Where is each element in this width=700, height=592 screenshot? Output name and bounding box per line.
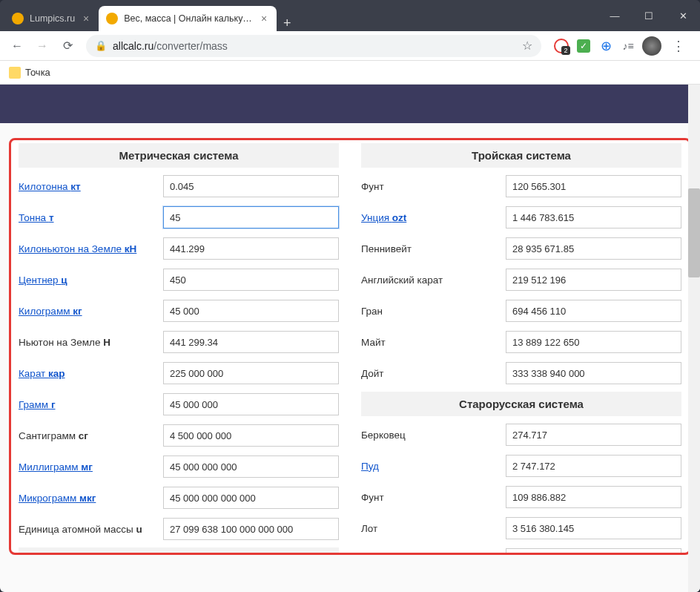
unit-label: Ньютон на Земле Н	[19, 337, 163, 348]
menu-button[interactable]: ⋮	[667, 38, 690, 54]
unit-label[interactable]: Килограмм кг	[19, 306, 163, 317]
favicon-icon	[106, 13, 118, 24]
unit-row: Золотник	[361, 547, 681, 555]
bookmark-item[interactable]: Точка	[25, 67, 50, 78]
value-input[interactable]	[506, 548, 681, 555]
value-input[interactable]	[163, 393, 339, 415]
back-button[interactable]: ←	[6, 35, 28, 57]
tab-allcalc[interactable]: Вес, масса | Онлайн калькулятор ×	[99, 6, 277, 31]
maximize-button[interactable]: ☐	[632, 0, 666, 31]
unit-label: Фунт	[361, 492, 506, 503]
value-input[interactable]	[506, 300, 681, 322]
scrollbar[interactable]	[688, 85, 700, 592]
profile-avatar[interactable]	[642, 36, 661, 56]
new-tab-button[interactable]: +	[277, 16, 297, 31]
minimize-button[interactable]: ―	[598, 0, 632, 31]
section-heading-metric: Метрическая система	[19, 143, 339, 168]
globe-extension-icon[interactable]: ⊕	[598, 38, 614, 54]
value-input[interactable]	[163, 237, 339, 260]
value-input[interactable]	[163, 300, 339, 322]
unit-row: Микрограмм мкг	[19, 485, 339, 510]
close-icon[interactable]: ×	[81, 13, 91, 24]
folder-icon	[9, 67, 21, 79]
value-input[interactable]	[163, 269, 339, 291]
unit-label: Берковец	[361, 430, 506, 441]
value-input[interactable]	[163, 518, 339, 540]
value-input[interactable]	[506, 455, 681, 477]
unit-row: Фунт	[361, 484, 681, 510]
value-input[interactable]	[163, 175, 339, 197]
page-header-banner	[0, 85, 700, 123]
tab-title: Вес, масса | Онлайн калькулятор	[124, 13, 253, 24]
unit-label[interactable]: Центнер ц	[19, 274, 163, 286]
tab-title: Lumpics.ru	[30, 13, 75, 24]
media-control-icon[interactable]: ♪≡	[620, 38, 636, 54]
unit-row: Дойт	[361, 361, 681, 386]
unit-label: Английский карат	[361, 274, 506, 286]
unit-label: Единица атомной массы u	[19, 524, 163, 535]
section-heading-oldrussian: Старорусская система	[361, 392, 681, 416]
url-text: allcalc.ru/converter/mass	[113, 40, 228, 52]
unit-row: Килограмм кг	[19, 298, 339, 323]
unit-label[interactable]: Пуд	[361, 461, 506, 472]
unit-label: Сантиграмм сг	[19, 430, 163, 441]
value-input[interactable]	[506, 362, 681, 384]
unit-row: Пеннивейт	[361, 236, 681, 261]
tab-lumpics[interactable]: Lumpics.ru ×	[4, 6, 99, 31]
value-input[interactable]	[163, 424, 339, 447]
value-input[interactable]	[163, 362, 339, 384]
unit-label[interactable]: Карат кар	[19, 368, 163, 379]
address-bar[interactable]: 🔒 allcalc.ru/converter/mass ☆	[86, 35, 541, 57]
section-heading-troy: Тройская система	[361, 143, 681, 168]
unit-row: Единица атомной массы u	[19, 516, 339, 542]
unit-row: Английский карат	[361, 267, 681, 292]
unit-row: Центнер ц	[19, 267, 339, 292]
unit-label[interactable]: Миллиграмм мг	[19, 461, 163, 473]
unit-label: Гран	[361, 306, 506, 317]
unit-row: Тонна т	[19, 205, 339, 230]
unit-row: Лот	[361, 516, 681, 541]
close-icon[interactable]: ×	[259, 13, 269, 24]
unit-label[interactable]: Тонна т	[19, 212, 163, 223]
unit-row: Унция ozt	[361, 205, 681, 230]
close-button[interactable]: ✕	[666, 0, 700, 31]
opera-extension-icon[interactable]: 2	[553, 38, 569, 54]
unit-label: Лот	[361, 523, 506, 534]
bookmark-star-icon[interactable]: ☆	[522, 39, 532, 53]
value-input[interactable]	[506, 486, 681, 508]
value-input[interactable]	[506, 424, 681, 446]
value-input[interactable]	[506, 175, 681, 197]
unit-label: Золотник	[361, 554, 506, 556]
value-input[interactable]	[506, 517, 681, 539]
unit-label: Майт	[361, 337, 506, 348]
value-input[interactable]	[506, 237, 681, 260]
section-heading-american: Американская система - avoirdupois	[19, 547, 339, 555]
lock-icon: 🔒	[95, 40, 107, 51]
unit-row: Пуд	[361, 453, 681, 478]
value-input[interactable]	[163, 455, 339, 478]
unit-label[interactable]: Унция ozt	[361, 212, 506, 223]
value-input[interactable]	[163, 487, 339, 509]
unit-row: Берковец	[361, 422, 681, 447]
unit-label[interactable]: Грамм г	[19, 399, 163, 410]
unit-row: Карат кар	[19, 361, 339, 386]
unit-label: Дойт	[361, 368, 506, 379]
unit-row: Гран	[361, 298, 681, 323]
unit-label[interactable]: Килотонна кт	[19, 181, 163, 192]
value-input[interactable]	[506, 331, 681, 353]
unit-row: Грамм г	[19, 392, 339, 417]
check-extension-icon[interactable]: ✓	[575, 38, 592, 54]
forward-button[interactable]: →	[31, 35, 53, 57]
unit-label[interactable]: Микрограмм мкг	[19, 493, 163, 504]
unit-label: Пеннивейт	[361, 243, 506, 254]
unit-row: Миллиграмм мг	[19, 454, 339, 479]
value-input[interactable]	[163, 206, 339, 228]
value-input[interactable]	[506, 206, 681, 228]
value-input[interactable]	[506, 269, 681, 291]
unit-label[interactable]: Килоньютон на Земле кН	[19, 243, 163, 254]
unit-row: Майт	[361, 329, 681, 355]
reload-button[interactable]: ⟳	[56, 35, 79, 57]
unit-label: Фунт	[361, 181, 506, 192]
value-input[interactable]	[163, 331, 339, 353]
unit-row: Сантиграмм сг	[19, 423, 339, 448]
